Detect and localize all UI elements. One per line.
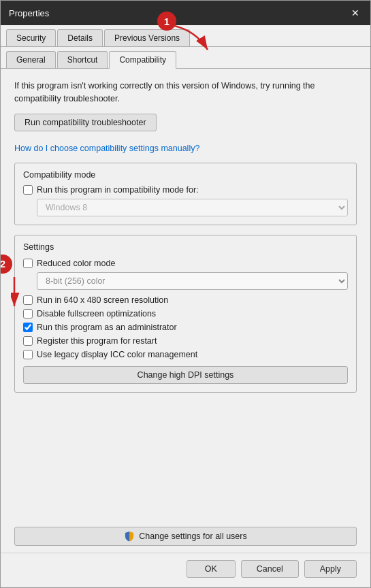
annotation-circle-1: 1 bbox=[157, 12, 176, 31]
tab-general[interactable]: General bbox=[6, 51, 56, 68]
footer: OK Cancel Apply bbox=[1, 553, 370, 587]
settings-item-0: Reduced color mode bbox=[23, 259, 348, 268]
apply-button[interactable]: Apply bbox=[304, 560, 357, 578]
run-as-admin-checkbox[interactable] bbox=[23, 323, 33, 332]
color-mode-dropdown[interactable]: 8-bit (256) color bbox=[37, 272, 348, 290]
tab-security[interactable]: Security bbox=[6, 29, 56, 46]
compatibility-mode-label: Compatibility mode bbox=[23, 170, 348, 180]
how-to-link[interactable]: How do I choose compatibility settings m… bbox=[14, 144, 357, 153]
tab-shortcut[interactable]: Shortcut bbox=[57, 51, 108, 68]
run-troubleshooter-button[interactable]: Run compatibility troubleshooter bbox=[14, 114, 157, 131]
settings-item-1: Run in 640 x 480 screen resolution bbox=[23, 295, 348, 305]
info-text: If this program isn't working correctly … bbox=[14, 80, 357, 105]
legacy-icc-label[interactable]: Use legacy display ICC color management bbox=[37, 350, 197, 359]
properties-window: Properties ✕ Security Details Previous V… bbox=[0, 0, 371, 588]
run-640-label[interactable]: Run in 640 x 480 screen resolution bbox=[37, 295, 168, 305]
register-restart-label[interactable]: Register this program for restart bbox=[37, 336, 157, 346]
tab-details[interactable]: Details bbox=[57, 29, 103, 46]
compatibility-mode-group: Compatibility mode Run this program in c… bbox=[14, 163, 357, 225]
window-title: Properties bbox=[9, 8, 49, 18]
shield-icon bbox=[124, 531, 135, 542]
reduced-color-checkbox[interactable] bbox=[23, 259, 33, 268]
settings-item-3: Run this program as an administrator bbox=[23, 323, 348, 332]
annotation-arrow-2 bbox=[11, 274, 52, 314]
compatibility-mode-checkbox[interactable] bbox=[23, 185, 33, 195]
compatibility-mode-dropdown[interactable]: Windows 8 bbox=[37, 199, 348, 216]
compatibility-mode-checkbox-label[interactable]: Run this program in compatibility mode f… bbox=[37, 185, 199, 195]
settings-item-2: Disable fullscreen optimizations bbox=[23, 309, 348, 318]
settings-label: Settings bbox=[23, 242, 348, 252]
change-dpi-button[interactable]: Change high DPI settings bbox=[23, 366, 348, 384]
change-all-label: Change settings for all users bbox=[139, 532, 246, 541]
annotation-circle-2: 2 bbox=[1, 255, 12, 274]
change-all-section: Change settings for all users bbox=[1, 521, 370, 553]
close-button[interactable]: ✕ bbox=[349, 6, 362, 20]
disable-fullscreen-label[interactable]: Disable fullscreen optimizations bbox=[37, 309, 156, 318]
cancel-button[interactable]: Cancel bbox=[241, 560, 299, 578]
change-all-button[interactable]: Change settings for all users bbox=[14, 527, 357, 546]
legacy-icc-checkbox[interactable] bbox=[23, 350, 33, 359]
settings-item-4: Register this program for restart bbox=[23, 336, 348, 346]
ok-button[interactable]: OK bbox=[187, 560, 236, 578]
register-restart-checkbox[interactable] bbox=[23, 336, 33, 346]
settings-item-5: Use legacy display ICC color management bbox=[23, 350, 348, 359]
annotation-1-container: 1 bbox=[157, 12, 176, 31]
compatibility-mode-row: Run this program in compatibility mode f… bbox=[23, 185, 348, 195]
content-area: If this program isn't working correctly … bbox=[1, 69, 370, 521]
tab-row-2: General Shortcut Compatibility 1 bbox=[1, 47, 370, 69]
settings-group: 2 Settings Reduced color mode 8-bit (256… bbox=[14, 235, 357, 393]
run-as-admin-label[interactable]: Run this program as an administrator bbox=[37, 323, 177, 332]
reduced-color-label[interactable]: Reduced color mode bbox=[37, 259, 115, 268]
